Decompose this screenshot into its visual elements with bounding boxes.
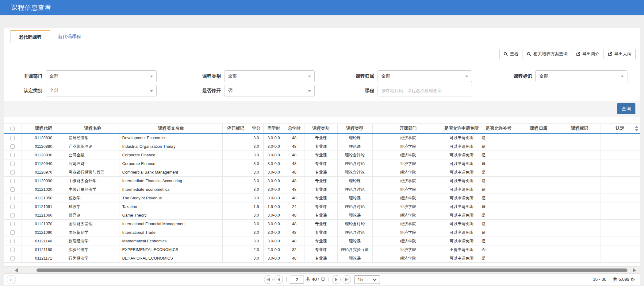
table-row[interactable]: 01120880产业组织理论Industrial Organization Th… xyxy=(4,142,640,151)
table-row[interactable]: 01121070国际财务管理International Financial Ma… xyxy=(4,220,640,228)
cell-1: 数理经济学 xyxy=(66,237,120,245)
table-row[interactable]: 01120930公司金融Corporate Finance3.03.0-0.04… xyxy=(4,151,640,159)
table-row[interactable]: 01121090国际贸易学International Trade3.03.0-0… xyxy=(4,228,640,237)
cell-4: 3.0 xyxy=(249,168,263,177)
table-row[interactable]: 01120990中级财务会计学Intermediate Financial Ac… xyxy=(4,177,640,185)
sort-desc-icon[interactable] xyxy=(635,129,638,131)
row-checkbox[interactable] xyxy=(10,196,15,200)
cell-6: 48 xyxy=(284,168,305,177)
last-page-button[interactable] xyxy=(343,275,351,284)
query-button[interactable]: 查询 xyxy=(617,103,635,114)
view-button[interactable]: 查看 xyxy=(499,49,523,59)
export-outline-button[interactable]: 导出大纲 xyxy=(604,49,636,59)
query-strip: 查询 xyxy=(4,101,640,117)
cell-8: 理论课 xyxy=(337,194,372,202)
course-table-wrap: 课程代码课程名称课程英文名称停开标记学分周学时总学时课程类别课程类型开课部门是否… xyxy=(4,123,640,263)
cell-7: 专业课 xyxy=(305,245,337,254)
export-intro-button-label: 导出简介 xyxy=(582,51,600,57)
row-checkbox[interactable] xyxy=(10,170,15,174)
cell-11: 是 xyxy=(479,185,518,194)
record-range-info: 16 - 30 共 6,099 条 xyxy=(593,277,635,282)
related-plan-query-button[interactable]: 相关培养方案查询 xyxy=(523,49,572,59)
table-row[interactable]: 01121060博弈论Game Theory3.03.0-0.048专业课理论课… xyxy=(4,211,640,220)
table-row[interactable]: 01121171行为经济学BEHAVIORAL ECONOMICS3.03.0-… xyxy=(4,254,640,263)
table-row[interactable]: 01121051税收学Taxation1.51.5-0.024专业课理论含讨论经… xyxy=(4,202,640,211)
row-checkbox[interactable] xyxy=(10,230,15,235)
page-size-select[interactable]: 15 xyxy=(354,275,380,284)
column-header-6: 总学时 xyxy=(284,124,305,134)
row-checkbox[interactable] xyxy=(10,222,15,226)
page-number-input[interactable] xyxy=(290,276,304,284)
course-keyword-input[interactable] xyxy=(378,85,472,96)
export-intro-button[interactable]: 导出简介 xyxy=(572,49,604,59)
cell-6: 32 xyxy=(284,245,305,254)
cell-5: 3.0-0.0 xyxy=(263,168,284,177)
cell-2: The Study of Revenue xyxy=(120,194,222,202)
scroll-left-arrow-icon[interactable] xyxy=(15,268,18,272)
cell-3 xyxy=(222,237,249,245)
toolbar-button-group: 查看 相关培养方案查询 导出简介 导出大纲 xyxy=(499,49,636,60)
table-row[interactable]: 01120830发展经济学Development Economics3.03.0… xyxy=(4,134,640,142)
row-checkbox[interactable] xyxy=(10,162,15,166)
cell-4: 2.0 xyxy=(249,245,263,254)
cell-3 xyxy=(222,202,249,211)
cell-7: 专业课 xyxy=(305,202,337,211)
cell-3 xyxy=(222,211,249,220)
cell-13 xyxy=(559,151,600,159)
cell-5: 3.0-0.0 xyxy=(263,177,284,185)
recognition-category-select[interactable]: 全部 xyxy=(46,85,157,96)
cell-10: 可以申请免听 xyxy=(444,220,479,228)
cell-1: 博弈论 xyxy=(66,211,120,220)
sort-order-toggle[interactable]: ↓↑ xyxy=(7,275,16,284)
cell-10: 可以申请免听 xyxy=(444,237,479,245)
course-flag-select[interactable]: 全部 xyxy=(535,70,627,82)
tab-new-code-courses[interactable]: 新代码课程 xyxy=(50,30,89,43)
suspended-select[interactable]: 否 xyxy=(224,85,315,96)
tab-old-code-courses[interactable]: 老代码课程 xyxy=(10,30,50,43)
cell-6: 48 xyxy=(284,228,305,237)
row-checkbox[interactable] xyxy=(10,144,15,149)
table-row[interactable]: 01121020中级计量经济学Intermediate Econometrics… xyxy=(4,185,640,194)
course-category-select[interactable]: 全部 xyxy=(224,70,315,82)
cell-9: 经济学院 xyxy=(372,237,444,245)
cell-10: 可以申请免听 xyxy=(444,228,479,237)
row-checkbox[interactable] xyxy=(10,136,15,140)
h-scrollbar[interactable] xyxy=(4,266,640,273)
filter-field-course-attribution: 课程归属 全部 xyxy=(324,70,483,82)
row-checkbox[interactable] xyxy=(10,179,15,183)
scrollbar-thumb[interactable] xyxy=(36,268,627,272)
table-row[interactable]: 01120970商业银行经营与管理Commercial Bank Managem… xyxy=(4,168,640,177)
cell-10: 可以申请免听 xyxy=(444,168,479,177)
row-checkbox[interactable] xyxy=(10,187,15,192)
course-keyword-label: 课程 xyxy=(324,88,378,94)
cell-7: 专业课 xyxy=(305,228,337,237)
sort-asc-icon[interactable] xyxy=(635,126,638,128)
chevron-down-icon xyxy=(308,76,311,77)
prev-page-button[interactable] xyxy=(274,275,283,284)
cell-3 xyxy=(222,245,249,254)
row-checkbox[interactable] xyxy=(10,213,15,217)
select-all-checkbox[interactable] xyxy=(10,127,15,131)
first-page-button[interactable] xyxy=(264,275,273,284)
course-attribution-select[interactable]: 全部 xyxy=(378,70,472,82)
row-checkbox[interactable] xyxy=(10,256,15,261)
scroll-right-arrow-icon[interactable] xyxy=(633,268,636,272)
row-checkbox[interactable] xyxy=(10,205,15,209)
cell-1: 产业组织理论 xyxy=(66,142,120,151)
table-row[interactable]: 01121160实验经济学EXPERIMENTAL ECONOMICS2.02.… xyxy=(4,245,640,254)
department-select[interactable]: 全部 xyxy=(46,70,157,82)
table-row[interactable]: 01120940公司理财Corporate Finance3.03.0-0.04… xyxy=(4,159,640,168)
cell-11: 是 xyxy=(479,142,518,151)
cell-3 xyxy=(222,185,249,194)
next-page-button[interactable] xyxy=(332,275,341,284)
cell-0: 01120930 xyxy=(21,151,66,159)
row-checkbox[interactable] xyxy=(10,239,15,243)
cell-3 xyxy=(222,134,249,142)
cell-10: 可以申请免听 xyxy=(444,202,479,211)
row-checkbox[interactable] xyxy=(10,248,15,252)
cell-2: Corporate Finance xyxy=(120,151,222,159)
row-checkbox[interactable] xyxy=(10,153,15,157)
table-row[interactable]: 01121050税收学The Study of Revenue3.03.0-0.… xyxy=(4,194,640,202)
table-row[interactable]: 01121140数理经济学Mathematical Economics3.03.… xyxy=(4,237,640,245)
cell-11: 否 xyxy=(479,245,518,254)
